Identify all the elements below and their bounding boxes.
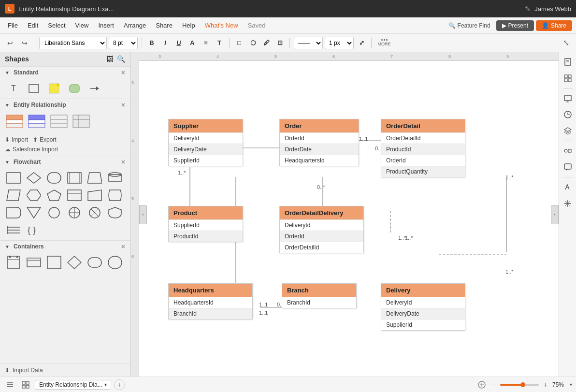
fc-shape-diamond[interactable] [25,171,43,185]
bold-button[interactable]: B [146,37,158,49]
er-section-header[interactable]: ▼ Entity Relationship × [0,99,130,111]
er-shape-1[interactable] [5,114,24,131]
fc-shape-curly[interactable]: { } [25,223,43,237]
font-family-select[interactable]: Liberation Sans [39,37,107,49]
italic-button[interactable]: I [159,37,171,49]
rp-chat-icon[interactable] [561,160,575,174]
rp-grid-icon[interactable] [561,72,575,85]
rp-present-icon[interactable] [561,91,575,105]
import-data-button[interactable]: ⬇ Import Data [0,363,130,377]
fc-shape-hex[interactable] [25,188,43,203]
fc-shape-parallelogram[interactable] [5,188,22,203]
font-color-button[interactable]: A [187,37,198,49]
supplier-table[interactable]: Supplier DeliveryId DeliveryDate Supplie… [168,119,243,166]
collapse-left-icon[interactable]: › [139,205,147,224]
fc-shape-rounded[interactable] [45,171,63,185]
rp-clock-icon[interactable] [561,108,575,121]
container-shape-ellipse[interactable] [106,255,124,270]
shapes-search-icon[interactable]: 🔍 [117,55,125,63]
salesforce-import-button[interactable]: ☁ Salesforce Import [0,146,130,156]
standard-close-icon[interactable]: × [121,69,125,76]
menu-file[interactable]: File [4,20,22,31]
redo-button[interactable]: ↪ [18,37,31,49]
rp-format-icon[interactable] [561,180,575,194]
container-shape-h[interactable] [25,255,43,270]
orderdetail-table[interactable]: OrderDetail OrderDetailId ProductId Orde… [381,119,465,177]
branch-table[interactable]: Branch BranchId [282,283,357,308]
container-shape-diamond2[interactable] [66,255,83,270]
fc-shape-step[interactable] [66,188,83,203]
more-button[interactable]: MORE [375,37,393,49]
fc-shape-rect[interactable] [5,171,22,185]
menu-edit[interactable]: Edit [24,20,42,31]
flowchart-close-icon[interactable]: × [121,158,125,166]
zoom-slider[interactable] [500,384,539,386]
shapes-image-icon[interactable]: 🖼 [106,55,113,63]
bb-grid-view-icon[interactable] [19,378,32,391]
fc-shape-shield[interactable] [106,205,124,220]
fc-shape-pentagon[interactable] [45,188,63,203]
rp-shapes-icon[interactable] [561,144,575,158]
rp-pages-icon[interactable] [561,55,575,69]
present-button[interactable]: ▶ Present [496,20,534,31]
fill-button[interactable]: □ [233,37,245,49]
delivery-table[interactable]: Delivery DeliveryId DeliveryDate Supplie… [381,283,465,331]
line-color-button[interactable]: 🖊 [260,37,272,49]
fc-shape-circle[interactable] [45,205,63,220]
zoom-plus-button[interactable]: + [541,381,550,389]
undo-button[interactable]: ↩ [4,37,16,49]
menu-view[interactable]: View [72,20,93,31]
share-button[interactable]: 👤 Share [536,20,572,31]
fc-shape-cylinder[interactable] [106,171,124,185]
er-shape-4[interactable] [72,114,91,131]
zoom-minus-button[interactable]: − [489,381,498,389]
order-table[interactable]: Order OrderId OrderDate HeadquartersId [279,119,359,166]
rp-layers-icon[interactable] [561,124,575,138]
zoom-dropdown-icon[interactable]: ▾ [570,382,572,387]
container-shape-box[interactable] [45,255,63,270]
line-style-select[interactable]: —— - - - [294,37,323,49]
container-shape-stadium[interactable] [86,255,103,270]
container-shape-i[interactable] [5,255,22,270]
fc-shape-triangle-down[interactable] [25,205,43,220]
standard-section-header[interactable]: ▼ Standard × [0,66,130,78]
export-button[interactable]: ⬆ Export [33,136,57,143]
fc-shape-x-circle[interactable] [86,205,103,220]
menu-share[interactable]: Share [152,20,176,31]
menu-insert[interactable]: Insert [94,20,118,31]
menu-arrange[interactable]: Arrange [120,20,150,31]
menu-help[interactable]: Help [178,20,199,31]
format-button[interactable]: ⊡ [274,37,286,49]
feature-find-button[interactable]: 🔍 Feature Find [445,20,494,31]
shape-text[interactable]: T [5,81,22,96]
fc-shape-cross[interactable] [66,205,83,220]
containers-close-icon[interactable]: × [121,243,125,250]
fc-shape-stored-data[interactable] [106,188,124,203]
shape-sticky[interactable] [45,81,63,96]
er-shape-3[interactable] [49,114,69,131]
collapse-right-icon[interactable]: ‹ [551,205,559,224]
line-width-select[interactable]: 1 px 2 px [325,37,354,49]
orderdetaildelivery-table[interactable]: OrderDetailDelivery DeliveryId OrderId O… [279,206,364,253]
fc-shape-list[interactable] [5,223,22,237]
containers-section-header[interactable]: ▼ Containers × [0,240,130,252]
transform-button[interactable]: ⤢ [356,37,367,49]
text-format-button[interactable]: T [214,37,225,49]
shape-arrow[interactable] [86,81,103,96]
product-table[interactable]: Product SupplierId ProductId [168,206,243,242]
canvas-area[interactable]: 3 4 5 6 7 8 9 3 4 5 6 [130,52,559,377]
menu-whats-new[interactable]: What's New [201,20,242,31]
expand-button[interactable]: ⤡ [560,37,572,49]
fc-shape-proc[interactable] [66,171,83,185]
fc-shape-trapezoid[interactable] [86,171,103,185]
fill-color-button[interactable]: ⬡ [247,37,259,49]
er-close-icon[interactable]: × [121,101,125,109]
rp-magic-icon[interactable] [561,197,575,210]
menu-select[interactable]: Select [44,20,69,31]
flowchart-section-header[interactable]: ▼ Flowchart × [0,156,130,168]
fc-shape-manual[interactable] [86,188,103,203]
add-page-button[interactable]: + [114,379,125,390]
fc-shape-delay[interactable] [5,205,22,220]
er-shape-2[interactable] [27,114,46,131]
font-size-select[interactable]: 8 pt 10 pt 12 pt [109,37,138,49]
